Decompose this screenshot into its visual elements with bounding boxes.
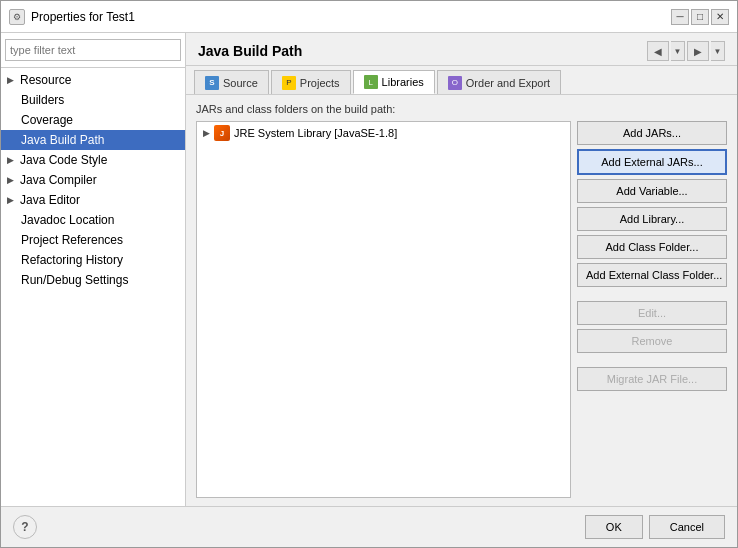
source-tab-icon: S	[205, 76, 219, 90]
jre-icon: J	[214, 125, 230, 141]
sidebar-label-java-editor: Java Editor	[20, 193, 80, 207]
maximize-button[interactable]: □	[691, 9, 709, 25]
sidebar-item-resource[interactable]: ▶ Resource	[1, 70, 185, 90]
expand-arrow-code-style: ▶	[7, 155, 14, 165]
migrate-jar-button[interactable]: Migrate JAR File...	[577, 367, 727, 391]
add-external-jars-button[interactable]: Add External JARs...	[577, 149, 727, 175]
expand-arrow-compiler: ▶	[7, 175, 14, 185]
sidebar: ▶ Resource Builders Coverage Java Build …	[1, 33, 186, 506]
footer: ? OK Cancel	[1, 506, 737, 547]
main-pane: ▶ J JRE System Library [JavaSE-1.8] Add …	[196, 121, 727, 498]
title-bar-left: ⚙ Properties for Test1	[9, 9, 135, 25]
ok-button[interactable]: OK	[585, 515, 643, 539]
sidebar-label-project-references: Project References	[21, 233, 123, 247]
sidebar-label-java-compiler: Java Compiler	[20, 173, 97, 187]
content-description: JARs and class folders on the build path…	[196, 103, 727, 115]
right-panel: Java Build Path ◀ ▼ ▶ ▼ S Source P Proje…	[186, 33, 737, 506]
content-area: JARs and class folders on the build path…	[186, 95, 737, 506]
tab-projects[interactable]: P Projects	[271, 70, 351, 94]
filter-wrap	[1, 33, 185, 68]
nav-back-dropdown[interactable]: ▼	[671, 41, 685, 61]
sidebar-item-run-debug-settings[interactable]: Run/Debug Settings	[1, 270, 185, 290]
tree-expand-arrow-jre: ▶	[203, 128, 210, 138]
nav-arrows: ◀ ▼ ▶ ▼	[647, 41, 725, 61]
sidebar-label-builders: Builders	[21, 93, 64, 107]
footer-buttons: OK Cancel	[585, 515, 725, 539]
nav-back-button[interactable]: ◀	[647, 41, 669, 61]
minimize-button[interactable]: ─	[671, 9, 689, 25]
sidebar-item-project-references[interactable]: Project References	[1, 230, 185, 250]
tab-source-label: Source	[223, 77, 258, 89]
close-button[interactable]: ✕	[711, 9, 729, 25]
sidebar-label-coverage: Coverage	[21, 113, 73, 127]
order-tab-icon: O	[448, 76, 462, 90]
tab-order-label: Order and Export	[466, 77, 550, 89]
main-content: ▶ Resource Builders Coverage Java Build …	[1, 33, 737, 506]
nav-forward-button[interactable]: ▶	[687, 41, 709, 61]
sidebar-label-refactoring-history: Refactoring History	[21, 253, 123, 267]
panel-title: Java Build Path	[198, 43, 302, 59]
sidebar-item-builders[interactable]: Builders	[1, 90, 185, 110]
window-title: Properties for Test1	[31, 10, 135, 24]
expand-arrow-editor: ▶	[7, 195, 14, 205]
sidebar-label-java-build-path: Java Build Path	[21, 133, 104, 147]
tree-item-jre[interactable]: ▶ J JRE System Library [JavaSE-1.8]	[197, 122, 570, 144]
window-controls: ─ □ ✕	[671, 9, 729, 25]
sidebar-item-java-editor[interactable]: ▶ Java Editor	[1, 190, 185, 210]
tab-source[interactable]: S Source	[194, 70, 269, 94]
remove-button[interactable]: Remove	[577, 329, 727, 353]
sidebar-label-run-debug-settings: Run/Debug Settings	[21, 273, 128, 287]
tree-item-jre-label: JRE System Library [JavaSE-1.8]	[234, 127, 397, 139]
tabs-bar: S Source P Projects L Libraries O Order …	[186, 66, 737, 95]
add-external-class-folder-button[interactable]: Add External Class Folder...	[577, 263, 727, 287]
expand-arrow-resource: ▶	[7, 75, 14, 85]
sidebar-label-java-code-style: Java Code Style	[20, 153, 107, 167]
edit-button[interactable]: Edit...	[577, 301, 727, 325]
cancel-button[interactable]: Cancel	[649, 515, 725, 539]
tab-libraries[interactable]: L Libraries	[353, 70, 435, 94]
sidebar-label-resource: Resource	[20, 73, 71, 87]
main-window: ⚙ Properties for Test1 ─ □ ✕ ▶ Resource …	[0, 0, 738, 548]
buttons-panel: Add JARs... Add External JARs... Add Var…	[577, 121, 727, 498]
add-library-button[interactable]: Add Library...	[577, 207, 727, 231]
nav-forward-dropdown[interactable]: ▼	[711, 41, 725, 61]
tab-projects-label: Projects	[300, 77, 340, 89]
tab-order-export[interactable]: O Order and Export	[437, 70, 561, 94]
sidebar-item-coverage[interactable]: Coverage	[1, 110, 185, 130]
sidebar-item-java-code-style[interactable]: ▶ Java Code Style	[1, 150, 185, 170]
help-button[interactable]: ?	[13, 515, 37, 539]
sidebar-item-java-build-path[interactable]: Java Build Path	[1, 130, 185, 150]
sidebar-label-javadoc-location: Javadoc Location	[21, 213, 114, 227]
title-bar: ⚙ Properties for Test1 ─ □ ✕	[1, 1, 737, 33]
add-variable-button[interactable]: Add Variable...	[577, 179, 727, 203]
sidebar-items: ▶ Resource Builders Coverage Java Build …	[1, 68, 185, 506]
filter-input[interactable]	[5, 39, 181, 61]
projects-tab-icon: P	[282, 76, 296, 90]
add-jars-button[interactable]: Add JARs...	[577, 121, 727, 145]
tab-libraries-label: Libraries	[382, 76, 424, 88]
add-class-folder-button[interactable]: Add Class Folder...	[577, 235, 727, 259]
window-icon: ⚙	[9, 9, 25, 25]
sidebar-item-java-compiler[interactable]: ▶ Java Compiler	[1, 170, 185, 190]
sidebar-item-refactoring-history[interactable]: Refactoring History	[1, 250, 185, 270]
sidebar-item-javadoc-location[interactable]: Javadoc Location	[1, 210, 185, 230]
libraries-tab-icon: L	[364, 75, 378, 89]
tree-pane: ▶ J JRE System Library [JavaSE-1.8]	[196, 121, 571, 498]
panel-header: Java Build Path ◀ ▼ ▶ ▼	[186, 33, 737, 66]
